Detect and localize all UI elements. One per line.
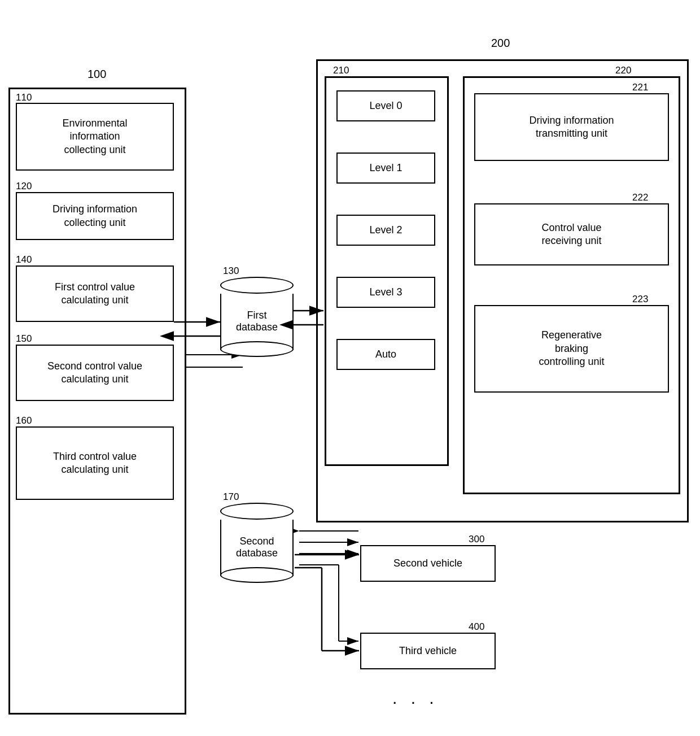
env-info-box: Environmental information collecting uni… <box>16 103 174 171</box>
level-panel <box>325 76 449 466</box>
first-database: First database <box>220 277 294 350</box>
auto-box: Auto <box>336 339 435 370</box>
label-210: 210 <box>333 65 349 76</box>
label-200: 200 <box>491 37 510 50</box>
second-db-label: Second database <box>223 535 291 559</box>
level3-box: Level 3 <box>336 277 435 308</box>
label-130: 130 <box>223 265 239 277</box>
label-150: 150 <box>16 333 32 345</box>
label-120: 120 <box>16 181 32 192</box>
level2-box: Level 2 <box>336 215 435 246</box>
second-control-label: Second control value calculating unit <box>47 360 142 386</box>
level2-label: Level 2 <box>369 224 402 237</box>
control-rx-box: Control value receiving unit <box>474 203 669 265</box>
level1-box: Level 1 <box>336 153 435 184</box>
level0-box: Level 0 <box>336 90 435 121</box>
label-222: 222 <box>632 192 648 203</box>
second-database: Second database <box>220 503 294 576</box>
regen-brake-box: Regenerative braking controlling unit <box>474 305 669 393</box>
label-223: 223 <box>632 294 648 305</box>
label-100: 100 <box>88 68 106 81</box>
label-170: 170 <box>223 491 239 503</box>
cylinder-bottom-1 <box>220 341 294 357</box>
first-db-label: First database <box>223 310 291 333</box>
label-400: 400 <box>469 621 484 633</box>
cylinder-bottom-2 <box>220 567 294 583</box>
env-info-label: Environmental information collecting uni… <box>62 117 127 156</box>
diagram: 100 110 Environmental information collec… <box>0 0 700 736</box>
first-control-label: First control value calculating unit <box>55 281 135 307</box>
label-300: 300 <box>469 534 484 545</box>
cylinder-top-2 <box>220 503 294 520</box>
label-110: 110 <box>16 92 32 103</box>
regen-brake-label: Regenerative braking controlling unit <box>539 329 604 368</box>
cylinder-top-1 <box>220 277 294 294</box>
level1-label: Level 1 <box>369 162 402 175</box>
cylinder-body-1: First database <box>220 294 294 350</box>
label-160: 160 <box>16 415 32 426</box>
driving-tx-box: Driving information transmitting unit <box>474 93 669 161</box>
first-control-box: First control value calculating unit <box>16 265 174 322</box>
outer-box-100 <box>8 88 186 715</box>
second-control-box: Second control value calculating unit <box>16 345 174 401</box>
third-control-box: Third control value calculating unit <box>16 426 174 500</box>
label-221: 221 <box>632 82 648 93</box>
second-vehicle-box: Second vehicle <box>360 545 496 582</box>
dots-label: · · · <box>392 692 439 711</box>
driving-info-label: Driving information collecting unit <box>53 203 137 229</box>
driving-info-box: Driving information collecting unit <box>16 192 174 240</box>
label-140: 140 <box>16 254 32 265</box>
third-vehicle-label: Third vehicle <box>399 644 457 657</box>
second-vehicle-label: Second vehicle <box>393 557 462 570</box>
level3-label: Level 3 <box>369 286 402 299</box>
third-control-label: Third control value calculating unit <box>53 450 137 477</box>
control-rx-label: Control value receiving unit <box>541 221 601 248</box>
label-220: 220 <box>615 65 631 76</box>
auto-label: Auto <box>375 348 396 361</box>
cylinder-body-2: Second database <box>220 520 294 576</box>
third-vehicle-box: Third vehicle <box>360 633 496 669</box>
level0-label: Level 0 <box>369 99 402 112</box>
driving-tx-label: Driving information transmitting unit <box>529 114 614 141</box>
